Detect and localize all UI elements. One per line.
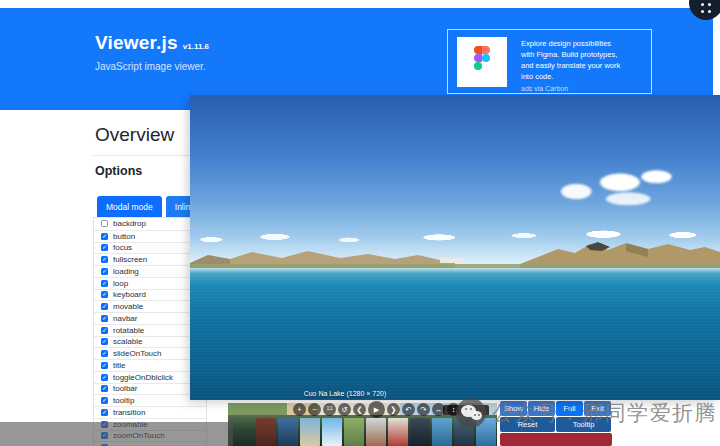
site-subtitle: JavaScript image viewer.: [95, 61, 209, 72]
navbar-thumbnail-1[interactable]: [256, 418, 276, 446]
navbar-thumbnail-6[interactable]: [366, 418, 386, 446]
brand: Viewer.jsv1.11.6 JavaScript image viewer…: [95, 32, 209, 72]
destroy-button[interactable]: [500, 433, 612, 446]
viewer-modal-image[interactable]: [190, 95, 720, 400]
option-label: button: [113, 232, 135, 241]
screenshot-root: Viewer.jsv1.11.6 JavaScript image viewer…: [0, 0, 720, 446]
ad-line: and easily translate your work: [521, 60, 646, 71]
site-version: v1.11.6: [183, 42, 209, 51]
navbar-thumbnail-4[interactable]: [322, 418, 342, 446]
option-row-transition[interactable]: ✓transition: [94, 406, 206, 418]
option-label: tooltip: [113, 396, 134, 405]
option-label: slideOnTouch: [113, 349, 161, 358]
checkbox-keyboard[interactable]: ✓: [101, 291, 108, 298]
play-icon[interactable]: ▶: [368, 401, 385, 418]
checkbox-rotatable[interactable]: ✓: [101, 327, 108, 334]
option-label: focus: [113, 243, 132, 252]
lake-water: [190, 268, 720, 400]
ad-line: with Figma. Build prototypes,: [521, 49, 646, 60]
navbar-thumbnail-7[interactable]: [388, 418, 408, 446]
rotate-right-icon[interactable]: ↷: [417, 403, 430, 416]
navbar-thumbnail-8[interactable]: [410, 418, 430, 446]
checkbox-focus[interactable]: ✓: [101, 244, 108, 251]
option-label: toggleOnDblclick: [113, 373, 173, 382]
prev-icon[interactable]: ❮: [353, 403, 366, 416]
figma-logo-icon: [474, 46, 490, 70]
option-label: backdrop: [113, 219, 146, 228]
checkbox-fullscreen[interactable]: ✓: [101, 256, 108, 263]
option-label: scalable: [113, 337, 142, 346]
ad-text: Explore design possibilitieswith Figma. …: [521, 38, 646, 92]
mountains: [190, 237, 720, 271]
checkbox-navbar[interactable]: ✓: [101, 315, 108, 322]
ad-line: into code.: [521, 71, 646, 82]
option-label: loading: [113, 267, 139, 276]
navbar-thumbnail-3[interactable]: [300, 418, 320, 446]
navbar-thumbnail-9[interactable]: [432, 418, 452, 446]
checkbox-title[interactable]: ✓: [101, 362, 108, 369]
reset-icon[interactable]: ↺: [338, 403, 351, 416]
navbar-thumbnail-5[interactable]: [344, 418, 364, 446]
flip-horizontal-icon[interactable]: ↔: [432, 403, 445, 416]
clouds: [555, 163, 673, 209]
checkbox-loading[interactable]: ✓: [101, 268, 108, 275]
checkbox-toolbar[interactable]: ✓: [101, 385, 108, 392]
checkbox-slideOnTouch[interactable]: ✓: [101, 350, 108, 357]
wechat-icon: [456, 398, 486, 428]
ad-line: Explore design possibilities: [521, 38, 646, 49]
checkbox-transition[interactable]: ✓: [101, 409, 108, 416]
checkbox-loop[interactable]: ✓: [101, 280, 108, 287]
viewer-toolbar: +−1:1↺❮▶❯↶↷↔↕: [293, 401, 460, 418]
viewer-title: Cuo Na Lake (1280 × 720): [270, 390, 420, 397]
option-label: keyboard: [113, 290, 146, 299]
zoom-in-icon[interactable]: +: [293, 403, 306, 416]
option-label: rotatable: [113, 326, 144, 335]
option-label: movable: [113, 302, 143, 311]
rotate-left-icon[interactable]: ↶: [402, 403, 415, 416]
option-label: navbar: [113, 314, 137, 323]
carbon-ad[interactable]: Explore design possibilitieswith Figma. …: [447, 29, 652, 94]
option-label: loop: [113, 279, 128, 288]
option-label: transition: [113, 408, 145, 417]
watermark: 公众号：邢同学爱折腾: [456, 398, 717, 428]
option-label: title: [113, 361, 125, 370]
watermark-band: [0, 422, 233, 446]
checkbox-movable[interactable]: ✓: [101, 303, 108, 310]
option-label: toolbar: [113, 384, 137, 393]
checkbox-scalable[interactable]: ✓: [101, 338, 108, 345]
site-title: Viewer.js: [95, 32, 178, 53]
ad-attribution[interactable]: ads via Carbon: [521, 85, 646, 92]
one-to-one-icon[interactable]: 1:1: [323, 403, 336, 416]
checkbox-backdrop[interactable]: [101, 220, 108, 227]
checkbox-button[interactable]: ✓: [101, 233, 108, 240]
checkbox-tooltip[interactable]: ✓: [101, 397, 108, 404]
zoom-out-icon[interactable]: −: [308, 403, 321, 416]
checkbox-toggleOnDblclick[interactable]: ✓: [101, 374, 108, 381]
page-title: Overview: [95, 124, 174, 146]
watermark-text: 公众号：邢同学爱折腾: [492, 399, 717, 427]
options-heading: Options: [95, 164, 142, 178]
option-label: fullscreen: [113, 255, 147, 264]
tab-modal-mode[interactable]: Modal mode: [97, 196, 162, 217]
next-icon[interactable]: ❯: [387, 403, 400, 416]
navbar-thumbnail-2[interactable]: [278, 418, 298, 446]
ad-image: [457, 37, 507, 87]
